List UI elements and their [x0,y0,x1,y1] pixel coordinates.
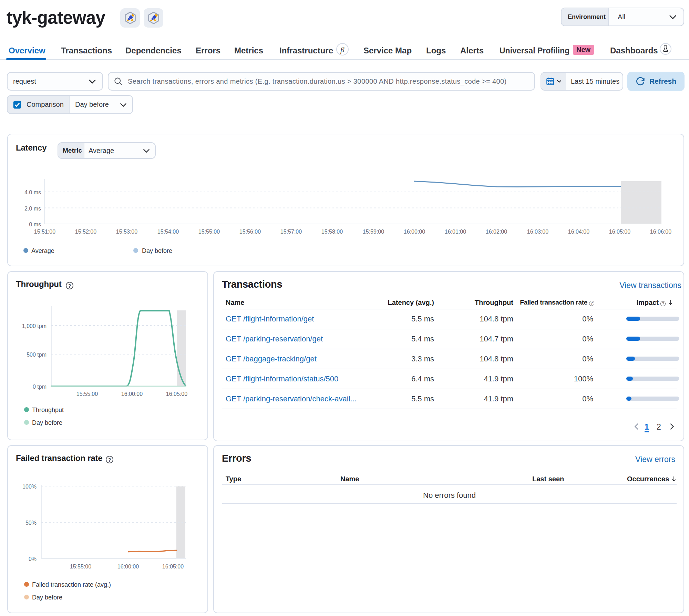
svg-text:Failed transaction rate (avg.): Failed transaction rate (avg.) [32,581,111,588]
svg-text:16:03:00: 16:03:00 [527,229,548,235]
svg-text:15:57:00: 15:57:00 [280,229,302,235]
svg-text:16:04:00: 16:04:00 [568,229,589,235]
svg-text:15:53:00: 15:53:00 [116,229,137,235]
svg-text:15:59:00: 15:59:00 [363,229,384,235]
svg-text:4.0 ms: 4.0 ms [24,189,41,195]
svg-text:16:00:00: 16:00:00 [121,391,143,397]
svg-text:16:00:00: 16:00:00 [404,229,425,235]
svg-text:Average: Average [31,247,54,254]
svg-text:Day before: Day before [32,419,62,426]
svg-text:16:06:00: 16:06:00 [650,229,671,235]
svg-text:2.0 ms: 2.0 ms [24,206,41,212]
svg-text:0 ms: 0 ms [29,222,41,227]
svg-text:50%: 50% [25,520,37,526]
svg-text:15:54:00: 15:54:00 [157,229,179,235]
svg-text:16:05:00: 16:05:00 [609,229,630,235]
svg-text:16:02:00: 16:02:00 [486,229,507,235]
svg-text:16:05:00: 16:05:00 [166,391,187,397]
svg-text:0 tpm: 0 tpm [33,384,47,390]
svg-text:15:55:00: 15:55:00 [76,391,98,397]
svg-text:Throughput: Throughput [32,407,64,413]
svg-text:15:55:00: 15:55:00 [70,564,91,569]
svg-text:15:51:00: 15:51:00 [34,229,55,235]
svg-text:Day before: Day before [142,247,172,254]
svg-text:100%: 100% [22,484,37,490]
svg-text:16:01:00: 16:01:00 [445,229,466,235]
svg-text:15:52:00: 15:52:00 [75,229,96,235]
svg-text:16:00:00: 16:00:00 [117,564,139,569]
svg-text:0%: 0% [29,556,37,562]
svg-text:16:05:00: 16:05:00 [162,564,184,569]
svg-text:Day before: Day before [32,594,62,601]
svg-text:15:56:00: 15:56:00 [239,229,261,235]
svg-text:15:55:00: 15:55:00 [198,229,220,235]
svg-text:15:58:00: 15:58:00 [321,229,343,235]
svg-text:1,000 tpm: 1,000 tpm [22,323,47,329]
svg-text:500 tpm: 500 tpm [27,352,47,358]
